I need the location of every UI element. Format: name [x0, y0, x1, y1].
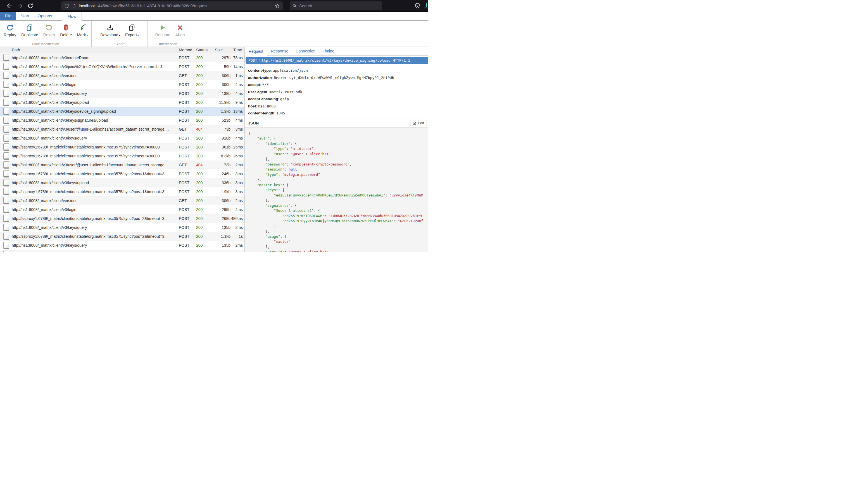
table-row[interactable]: http://ssproxy1:6789/_matrix/client/unst… [0, 169, 244, 178]
url-text[interactable]: localhost:1445/#/flows/fba5f13d-91e1-437… [79, 4, 275, 8]
extension-shield-icon[interactable] [414, 2, 421, 9]
bookmark-star-icon[interactable] [275, 3, 280, 8]
toolbar-group-interception: Resume Abort Interception [148, 21, 189, 47]
table-row-partial[interactable] [0, 250, 244, 252]
back-icon[interactable] [6, 2, 13, 9]
flow-path: http://hs1:8008/_matrix/client/v3/keys/q… [12, 225, 179, 230]
header-line[interactable]: user-agentmatrix-rust-sdk [245, 88, 428, 96]
export-copy-icon [128, 23, 136, 32]
download-button[interactable]: Download▾ [98, 23, 123, 38]
flow-size: 246b [211, 172, 230, 176]
header-line[interactable]: content-length1345 [245, 110, 428, 117]
table-row[interactable]: http://ssproxy1:6789/_matrix/client/unst… [0, 151, 244, 160]
detail-tab[interactable]: Timing [319, 47, 338, 55]
table-row[interactable]: http://hs1:8008/_matrix/client/v3/keys/q… [0, 134, 244, 143]
header-line[interactable]: accept*/* [245, 81, 428, 88]
column-header-size[interactable]: Size [211, 48, 230, 52]
search-input[interactable] [299, 4, 369, 8]
url-bar[interactable]: localhost:1445/#/flows/fba5f13d-91e1-437… [61, 1, 283, 10]
request-first-line[interactable]: POST http://hs1:8008/_matrix/client/v3/k… [245, 57, 428, 64]
column-header-status[interactable]: Status [196, 48, 211, 52]
table-row[interactable]: http://hs1:8008/_matrix/client/v3/keys/u… [0, 98, 244, 107]
search-bar[interactable] [290, 1, 382, 10]
flow-status: 200 [196, 208, 211, 212]
table-row[interactable]: http://hs1:8008/_matrix/client/v3/keys/s… [0, 116, 244, 125]
mark-button[interactable]: Mark▾ [74, 23, 90, 38]
json-code-line: "master" [249, 239, 428, 245]
reload-icon[interactable] [27, 2, 34, 9]
replay-button[interactable]: Replay [1, 23, 19, 38]
column-header-path[interactable]: Path [0, 48, 179, 52]
flow-path: http://ssproxy1:6789/_matrix/client/unst… [12, 216, 179, 221]
table-row[interactable]: http://ssproxy1:6789/_matrix/client/unst… [0, 232, 244, 241]
flow-doc-icon [3, 188, 9, 195]
menu-tab[interactable]: Flow [62, 12, 82, 21]
edit-button[interactable]: Edit [410, 120, 427, 126]
flow-list-header[interactable]: Path Method Status Size Time [0, 47, 244, 53]
flow-status: 200 [196, 243, 211, 248]
duplicate-button[interactable]: Duplicate [19, 23, 40, 38]
resume-button[interactable]: Resume [153, 23, 173, 38]
flow-method: POST [179, 216, 196, 221]
flow-method: POST [179, 154, 196, 158]
json-code-line: "ed25519:uyyvIoJe4Kjy0nMKQeL7dt6kamRK2w5… [249, 193, 428, 198]
header-line[interactable]: content-typeapplication/json [245, 67, 428, 74]
json-code-line: }, [249, 177, 428, 182]
table-row[interactable]: http://hs1:8008/_matrix/client/v3/user/@… [0, 160, 244, 169]
table-row[interactable]: http://hs1:8008/_matrix/client/v3/keys/q… [0, 89, 244, 98]
table-row[interactable]: http://hs1:8008/_matrix/client/v3/login … [0, 205, 244, 214]
header-line[interactable]: authorizationBearer syt_dXNlci0xLWFsaWNl… [245, 74, 428, 82]
table-row[interactable]: http://hs1:8008/_matrix/client/v3/keys/q… [0, 241, 244, 250]
table-row[interactable]: http://ssproxy1:6789/_matrix/client/unst… [0, 187, 244, 196]
column-header-method[interactable]: Method [179, 48, 196, 52]
flow-path: http://hs1:8008/_matrix/client/v3/user/@… [12, 127, 179, 131]
flow-time: 3ms [230, 190, 244, 194]
page-info-icon[interactable] [71, 4, 76, 8]
header-line[interactable]: hosths1:8008 [245, 103, 428, 110]
flow-status: 200 [196, 234, 211, 239]
table-row[interactable]: http://ssproxy1:6789/_matrix/client/unst… [0, 143, 244, 151]
shield-permissions-icon[interactable] [64, 3, 69, 8]
flow-status: 200 [196, 91, 211, 96]
revert-button[interactable]: Revert [41, 23, 58, 38]
detail-tab[interactable]: Response [267, 47, 292, 55]
json-code-line: }, [249, 198, 428, 203]
forward-icon[interactable] [17, 2, 23, 9]
menu-tab[interactable]: File [0, 12, 16, 20]
detail-tab[interactable]: Request [245, 47, 267, 56]
json-code-line: "type": "m.login.password" [249, 172, 428, 178]
flow-time: 3ms [230, 181, 244, 185]
export-button[interactable]: Export▾ [123, 23, 141, 38]
table-row[interactable]: http://hs1:8008/_matrix/client/v3/create… [0, 53, 244, 62]
table-row[interactable]: http://ssproxy1:6789/_matrix/client/unst… [0, 214, 244, 223]
header-line[interactable]: accept-encodinggzip [245, 95, 428, 103]
flow-status: 200 [196, 145, 211, 149]
table-row[interactable]: http://hs1:8008/_matrix/client/versions … [0, 71, 244, 80]
table-row[interactable]: http://hs1:8008/_matrix/client/v3/keys/u… [0, 178, 244, 187]
menu-tab[interactable]: Start [16, 12, 34, 20]
flow-method: GET [179, 127, 196, 131]
menu-tab[interactable]: Options [34, 12, 56, 20]
table-row[interactable]: http://hs1:8008/_matrix/client/v3/user/@… [0, 125, 244, 134]
table-row[interactable]: http://hs1:8008/_matrix/client/v3/keys/q… [0, 223, 244, 232]
flow-size: 1.1kb [211, 234, 230, 239]
flow-method: POST [179, 145, 196, 149]
flow-path: http://hs1:8008/_matrix/client/v3/user/@… [12, 163, 179, 167]
json-code-line: "ed25519:uyyvIoJe4Kjy0nMKQeL7dt6kamRK2w5… [249, 218, 428, 224]
downloads-icon[interactable] [423, 2, 428, 9]
table-row[interactable]: http://hs1:8008/_matrix/client/v3/login … [0, 80, 244, 89]
flow-status: 200 [196, 216, 211, 221]
json-code-line: "password": "complement-crypto-password"… [249, 162, 428, 167]
table-row[interactable]: http://hs1:8008/_matrix/client/v3/keys/d… [0, 107, 244, 116]
flow-method: POST [179, 100, 196, 105]
flow-method: POST [179, 136, 196, 140]
json-body[interactable]: { "auth": { "identifier": { "type": "m.i… [245, 127, 428, 252]
column-header-time[interactable]: Time [230, 48, 244, 52]
delete-button[interactable]: Delete [57, 23, 74, 38]
mark-caret-icon: ▾ [86, 34, 88, 37]
table-row[interactable]: http://hs1:8008/_matrix/client/v3/join/%… [0, 62, 244, 71]
detail-tab[interactable]: Connection [292, 47, 319, 55]
table-row[interactable]: http://hs1:8008/_matrix/client/versions … [0, 196, 244, 205]
download-icon [107, 23, 114, 32]
abort-button[interactable]: Abort [173, 23, 187, 38]
